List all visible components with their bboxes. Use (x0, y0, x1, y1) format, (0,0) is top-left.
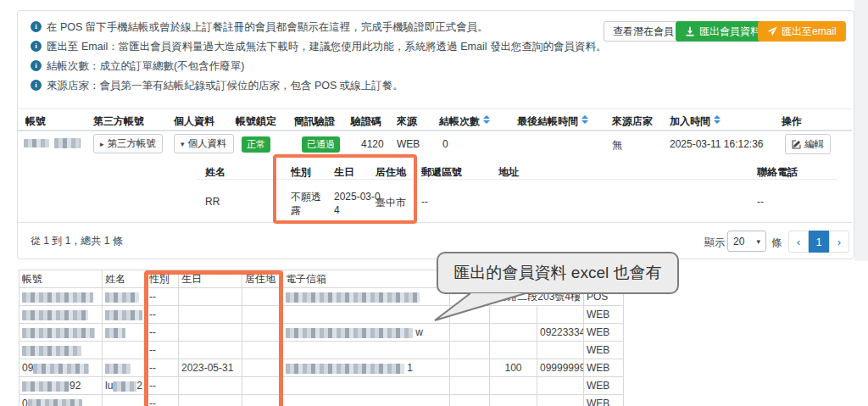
export-members-label: 匯出會員資料 (699, 25, 760, 39)
email-fragment: w (415, 326, 423, 338)
source-cell: WEB (584, 377, 624, 395)
excel-row: 0 -- WEB (19, 395, 624, 406)
col-header-actions: 操作 (782, 114, 802, 129)
info-icon: i (31, 41, 42, 52)
view-potential-members-button[interactable]: 查看潛在會員 (604, 21, 683, 42)
callout-tail (428, 293, 538, 324)
redacted-name (113, 381, 136, 392)
excel-header-name: 姓名 (103, 270, 147, 288)
detail-header-phone: 聯絡電話 (757, 165, 798, 180)
redacted-account (22, 381, 70, 392)
redacted-account (28, 399, 82, 406)
col-header-join-time[interactable]: 加入時間 (670, 114, 721, 129)
account-fragment: 0 (22, 398, 28, 406)
excel-row: -- WEB (19, 342, 624, 359)
name-fragment: lu (105, 380, 113, 392)
redacted-name (105, 328, 125, 338)
divider (18, 108, 852, 109)
info-icon: i (31, 21, 42, 32)
export-members-button[interactable]: 匯出會員資料 (676, 21, 770, 42)
third-party-account-button[interactable]: ▸ 第三方帳號 (93, 134, 163, 153)
excel-header-email: 電子信箱 (283, 270, 450, 288)
redacted-email (286, 292, 420, 303)
sort-icon[interactable] (581, 115, 588, 124)
caret-right-icon: ▸ (100, 140, 104, 148)
origin-store-value: 無 (612, 138, 622, 153)
info-icon: i (31, 80, 42, 91)
col-header-code: 驗證碼 (351, 114, 381, 129)
personal-info-button[interactable]: ▾ 個人資料 (174, 134, 234, 153)
notice-line: i 匯出至 Email：當匯出會員資料量過大造成無法下載時，建議您使用此功能，系… (31, 40, 606, 54)
notice-text: 匯出至 Email：當匯出會員資料量過大造成無法下載時，建議您使用此功能，系統將… (47, 40, 606, 54)
col-header-sms: 簡訊驗證 (294, 114, 335, 129)
notice-line: i 來源店家：會員第一筆有結帳紀錄或訂候位的店家，包含 POS 或線上訂餐。 (31, 79, 403, 93)
col-header-lock: 帳號鎖定 (236, 114, 276, 129)
redacted-account (22, 310, 88, 320)
page-size-select[interactable]: 20 ▾ (727, 231, 766, 252)
scroll-track[interactable] (854, 0, 868, 261)
sms-status-badge: 已通過 (302, 136, 340, 153)
page-1-button[interactable]: 1 (809, 231, 829, 253)
excel-row: 09 -- 2023-05-31 1 100 09999999 WEB (19, 359, 624, 377)
prev-page-button[interactable]: ‹ (788, 231, 809, 253)
detail-name-value: RR (205, 196, 220, 208)
redacted-account (33, 364, 89, 374)
col-header-origin-store: 來源店家 (612, 114, 653, 129)
col-header-account: 帳號 (25, 114, 46, 129)
highlight-box-spreadsheet (144, 270, 283, 406)
info-icon: i (31, 60, 42, 71)
detail-header-address: 地址 (498, 165, 519, 180)
page-size-unit-label: 條 (771, 236, 782, 250)
excel-header-account: 帳號 (19, 270, 103, 288)
detail-phone-value: -- (757, 196, 764, 208)
label: 最後結帳時間 (517, 115, 578, 127)
chevron-down-icon: ▾ (756, 237, 760, 246)
source-cell: WEB (584, 324, 624, 342)
source-cell: WEB (584, 306, 624, 324)
third-party-account-label: 第三方帳號 (108, 137, 157, 150)
redacted-name (105, 292, 139, 303)
sort-icon[interactable] (714, 115, 721, 124)
account-fragment: 92 (70, 380, 81, 392)
redacted-account (22, 346, 81, 356)
next-page-button[interactable]: › (829, 231, 849, 253)
redacted-account (22, 328, 95, 338)
personal-info-label: 個人資料 (188, 137, 227, 150)
redacted-account (22, 292, 93, 303)
caret-down-icon: ▾ (181, 140, 185, 148)
callout-bubble: 匯出的會員資料 excel 也會有 (437, 252, 679, 294)
view-potential-members-label: 查看潛在會員 (613, 25, 674, 39)
pager: ‹ 1 › (788, 231, 849, 253)
join-time-value: 2025-03-11 16:12:36 (670, 138, 764, 150)
download-icon (685, 26, 695, 36)
export-email-button[interactable]: 匯出至email (758, 21, 846, 42)
col-header-last-checkout[interactable]: 最後結帳時間 (517, 114, 588, 129)
redacted-name (105, 310, 142, 320)
col-header-checkout-count[interactable]: 結帳次數 (439, 114, 490, 129)
excel-row: 92 lu2 -- WEB (19, 377, 624, 395)
edit-label: 編輯 (804, 138, 824, 151)
member-admin-screen: i 在 POS 留下手機結帳或曾於線上訂餐註冊的會員都會顯示在這裡，完成手機驗證… (0, 0, 868, 406)
label: 結帳次數 (439, 115, 480, 127)
redacted-email (286, 364, 404, 374)
source-cell: WEB (584, 395, 624, 406)
notice-text: 結帳次數：成立的訂單總數(不包含作廢單) (47, 59, 244, 74)
col-header-third-party: 第三方帳號 (93, 114, 144, 129)
source-cell: WEB (584, 359, 624, 377)
edit-button[interactable]: 編輯 (785, 134, 831, 154)
sort-icon[interactable] (483, 115, 490, 124)
highlight-box-detail (273, 154, 417, 224)
lock-status-badge: 正常 (242, 136, 270, 153)
pagination-summary: 從 1 到 1，總共 1 條 (31, 234, 123, 248)
send-icon (767, 26, 777, 36)
redacted-email (286, 328, 413, 338)
detail-header-name: 姓名 (205, 165, 225, 180)
email-fragment: 1 (407, 362, 413, 374)
divider (18, 130, 852, 131)
name-fragment: 2 (136, 380, 142, 392)
source-value: WEB (397, 138, 420, 150)
col-header-personal: 個人資料 (174, 114, 214, 129)
col-header-source: 來源 (397, 114, 417, 129)
phone-cell: 09223334 (537, 324, 584, 342)
redacted-account (24, 139, 49, 147)
